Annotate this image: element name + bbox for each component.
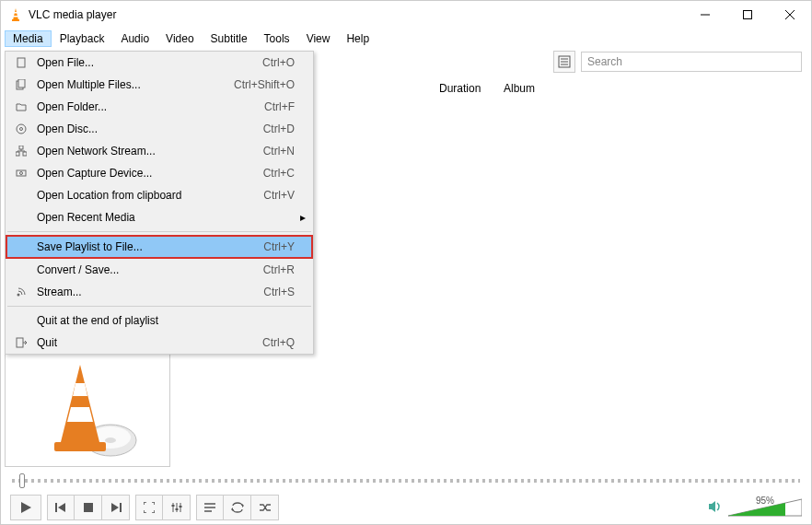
fullscreen-button[interactable] xyxy=(135,495,163,520)
stop-icon xyxy=(83,502,94,513)
disc-icon xyxy=(13,123,29,134)
titlebar: VLC media player xyxy=(1,1,811,29)
svg-rect-5 xyxy=(744,11,752,19)
menu-separator xyxy=(7,306,311,307)
network-icon xyxy=(13,146,29,157)
menu-item-convert-save[interactable]: Convert / Save...Ctrl+R xyxy=(6,259,313,281)
seek-thumb[interactable] xyxy=(19,473,25,488)
svg-rect-39 xyxy=(17,58,25,67)
search-placeholder: Search xyxy=(587,55,622,68)
menu-item-open-file[interactable]: Open File...Ctrl+O xyxy=(6,52,313,74)
svg-marker-23 xyxy=(111,503,119,512)
svg-rect-30 xyxy=(179,506,181,508)
svg-rect-54 xyxy=(17,338,23,347)
quit-icon xyxy=(13,337,29,348)
capture-icon xyxy=(13,168,29,179)
previous-button[interactable] xyxy=(47,495,75,520)
svg-marker-36 xyxy=(709,501,715,512)
menu-item-stream[interactable]: Stream...Ctrl+S xyxy=(6,281,313,303)
close-button[interactable] xyxy=(769,1,811,29)
menu-item-shortcut: Ctrl+D xyxy=(263,122,295,135)
play-button[interactable] xyxy=(10,495,41,520)
seek-bar[interactable] xyxy=(1,471,811,491)
menu-item-quit[interactable]: QuitCtrl+Q xyxy=(6,332,313,354)
svg-rect-28 xyxy=(171,505,174,507)
menu-item-label: Open Recent Media xyxy=(29,211,295,224)
volume-slider[interactable]: 95% xyxy=(728,497,802,518)
speaker-icon[interactable] xyxy=(708,499,723,517)
svg-rect-22 xyxy=(84,503,93,512)
shuffle-button[interactable] xyxy=(251,495,279,520)
search-input[interactable]: Search xyxy=(581,52,802,72)
extended-settings-button[interactable] xyxy=(163,495,191,520)
menu-video[interactable]: Video xyxy=(157,30,202,47)
menubar: Media Playback Audio Video Subtitle Tool… xyxy=(1,29,811,49)
menu-item-shortcut: Ctrl+C xyxy=(263,167,295,180)
menu-item-open-network-stream[interactable]: Open Network Stream...Ctrl+N xyxy=(6,140,313,162)
view-mode-button[interactable] xyxy=(553,51,575,73)
menu-item-label: Quit at the end of playlist xyxy=(29,314,295,327)
svg-rect-3 xyxy=(14,16,17,18)
menu-item-shortcut: Ctrl+Q xyxy=(262,336,295,349)
menu-media[interactable]: Media xyxy=(5,30,52,47)
menu-item-open-capture-device[interactable]: Open Capture Device...Ctrl+C xyxy=(6,162,313,184)
menu-subtitle[interactable]: Subtitle xyxy=(203,30,256,47)
menu-item-shortcut: Ctrl+O xyxy=(262,56,295,69)
svg-rect-45 xyxy=(23,152,27,156)
menu-item-label: Convert / Save... xyxy=(29,263,263,276)
menu-item-label: Quit xyxy=(29,336,262,349)
app-window: VLC media player Media Playback Audio Vi… xyxy=(0,0,812,525)
menu-item-shortcut: Ctrl+Y xyxy=(263,240,295,253)
svg-marker-0 xyxy=(13,8,18,20)
menu-tools[interactable]: Tools xyxy=(256,30,298,47)
svg-rect-20 xyxy=(55,503,57,512)
svg-rect-29 xyxy=(175,508,178,510)
svg-marker-35 xyxy=(231,508,233,511)
loop-icon xyxy=(231,502,244,513)
svg-rect-44 xyxy=(16,152,19,156)
playback-controls: 95% xyxy=(1,491,811,524)
menu-item-shortcut: Ctrl+Shift+O xyxy=(234,78,295,91)
svg-rect-1 xyxy=(12,19,19,21)
seek-track[interactable] xyxy=(12,479,800,483)
next-button[interactable] xyxy=(102,495,130,520)
volume-control: 95% xyxy=(708,497,802,518)
playlist-button[interactable] xyxy=(196,495,224,520)
svg-rect-2 xyxy=(15,12,17,14)
menu-item-open-multiple-files[interactable]: Open Multiple Files...Ctrl+Shift+O xyxy=(6,74,313,96)
svg-point-53 xyxy=(17,294,20,297)
stop-button[interactable] xyxy=(75,495,102,520)
menu-item-open-location-from-clipboard[interactable]: Open Location from clipboardCtrl+V xyxy=(6,184,313,206)
menu-view[interactable]: View xyxy=(298,30,339,47)
svg-point-43 xyxy=(20,128,23,131)
menu-playback[interactable]: Playback xyxy=(52,30,113,47)
fullscreen-icon xyxy=(144,502,155,513)
maximize-button[interactable] xyxy=(726,1,769,29)
menu-item-label: Open Capture Device... xyxy=(29,167,263,180)
menu-item-shortcut: Ctrl+S xyxy=(263,286,295,298)
menu-item-quit-at-the-end-of-playlist[interactable]: Quit at the end of playlist xyxy=(6,309,313,332)
menu-help[interactable]: Help xyxy=(338,30,377,47)
playlist-icon xyxy=(204,502,215,513)
shuffle-icon xyxy=(259,502,272,513)
menu-audio[interactable]: Audio xyxy=(112,30,157,47)
svg-point-14 xyxy=(105,438,116,443)
menu-item-open-recent-media[interactable]: Open Recent Media▸ xyxy=(6,206,313,228)
svg-rect-24 xyxy=(120,503,122,512)
vlc-cone-icon xyxy=(8,7,23,22)
svg-marker-15 xyxy=(60,365,100,446)
minimize-button[interactable] xyxy=(684,1,726,29)
menu-item-open-disc[interactable]: Open Disc...Ctrl+D xyxy=(6,118,313,140)
menu-item-label: Open Network Stream... xyxy=(29,145,263,158)
loop-button[interactable] xyxy=(224,495,251,520)
column-album[interactable]: Album xyxy=(504,82,800,95)
play-icon xyxy=(19,501,32,514)
menu-item-label: Open Multiple Files... xyxy=(29,78,234,91)
menu-item-save-playlist-to-file[interactable]: Save Playlist to File...Ctrl+Y xyxy=(6,235,313,259)
svg-point-42 xyxy=(17,124,26,134)
column-duration[interactable]: Duration xyxy=(439,82,504,95)
vlc-logo xyxy=(32,357,143,459)
svg-marker-17 xyxy=(73,383,87,396)
submenu-arrow-icon: ▸ xyxy=(295,211,306,224)
menu-item-open-folder[interactable]: Open Folder...Ctrl+F xyxy=(6,96,313,118)
